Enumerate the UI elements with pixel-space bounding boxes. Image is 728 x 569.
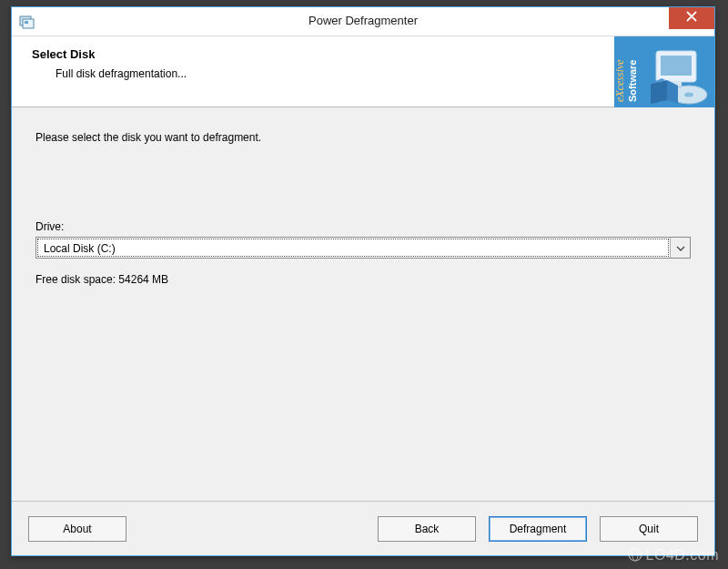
close-icon bbox=[686, 10, 697, 25]
defragment-button[interactable]: Defragment bbox=[489, 516, 587, 542]
drive-selected-text: Local Disk (C:) bbox=[37, 239, 669, 257]
content-area: Please select the disk you want to defra… bbox=[12, 107, 714, 503]
page-title: Select Disk bbox=[32, 47, 95, 61]
app-window: Power Defragmenter Select Disk Full disk… bbox=[11, 6, 715, 556]
wizard-header: Select Disk Full disk defragmentation...… bbox=[12, 36, 714, 107]
svg-point-11 bbox=[684, 93, 693, 97]
titlebar[interactable]: Power Defragmenter bbox=[12, 7, 714, 36]
svg-text:Software: Software bbox=[627, 60, 638, 102]
quit-button[interactable]: Quit bbox=[600, 516, 698, 542]
combobox-arrow-button[interactable] bbox=[670, 238, 690, 258]
drive-section: Drive: Local Disk (C:) Free disk space: … bbox=[35, 220, 691, 286]
watermark-text: LO4D.com bbox=[646, 547, 719, 563]
window-title: Power Defragmenter bbox=[12, 14, 714, 27]
brand-logo: eXcessive Software bbox=[614, 36, 714, 107]
page-subtitle: Full disk defragmentation... bbox=[56, 67, 187, 80]
about-button[interactable]: About bbox=[28, 516, 126, 542]
free-space-text: Free disk space: 54264 MB bbox=[35, 273, 691, 286]
instruction-text: Please select the disk you want to defra… bbox=[35, 131, 691, 144]
svg-marker-12 bbox=[651, 80, 667, 104]
back-button[interactable]: Back bbox=[378, 516, 476, 542]
svg-text:eXcessive: eXcessive bbox=[614, 59, 626, 102]
drive-label: Drive: bbox=[35, 220, 691, 233]
globe-icon bbox=[628, 547, 642, 565]
close-button[interactable] bbox=[669, 7, 714, 29]
chevron-down-icon bbox=[676, 241, 685, 254]
watermark: LO4D.com bbox=[628, 547, 719, 565]
drive-combobox[interactable]: Local Disk (C:) bbox=[35, 237, 691, 259]
svg-rect-7 bbox=[661, 56, 692, 76]
button-bar: About Back Defragment Quit bbox=[12, 503, 714, 555]
